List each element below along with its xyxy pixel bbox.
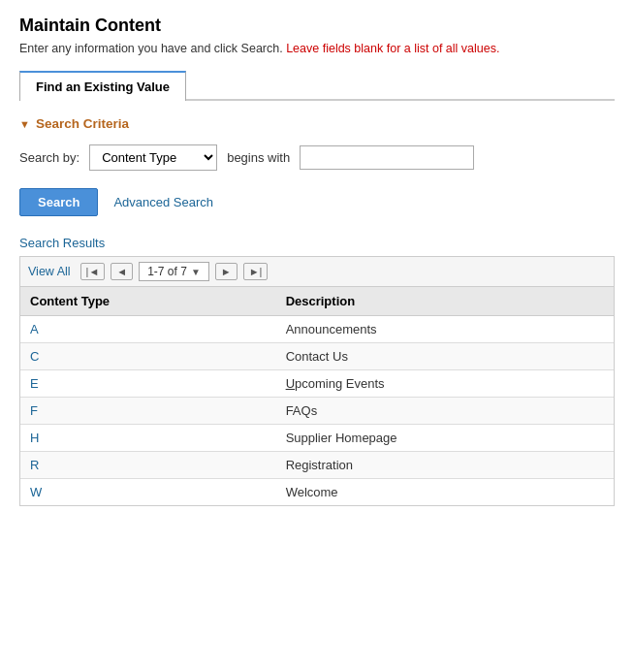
table-cell-description: Supplier Homepage [276,425,614,452]
search-button[interactable]: Search [19,188,98,216]
table-cell-code[interactable]: H [20,425,276,452]
section-header: ▼ Search Criteria [19,116,615,131]
tab-bar: Find an Existing Value [19,69,615,101]
prev-page-button[interactable]: ◄ [111,263,133,280]
table-cell-code[interactable]: E [20,370,276,398]
section-header-label: Search Criteria [36,116,129,131]
collapse-arrow-icon[interactable]: ▼ [19,118,30,130]
advanced-search-link[interactable]: Advanced Search [113,195,213,209]
search-by-select[interactable]: Content Type Description [89,144,217,171]
upcoming-u: U [286,376,295,391]
table-row: AAnnouncements [20,316,614,343]
page-title: Maintain Content [19,16,615,36]
last-page-button[interactable]: ►| [243,263,269,280]
table-header-row: Content Type Description [20,287,614,316]
table-row: CContact Us [20,343,614,370]
table-cell-code[interactable]: C [20,343,276,370]
table-cell-code[interactable]: W [20,479,276,506]
table-cell-description: Contact Us [276,343,614,370]
table-cell-description: FAQs [276,398,614,425]
table-cell-description: Registration [276,452,614,479]
col-header-content-type: Content Type [20,287,276,316]
first-page-button[interactable]: |◄ [80,263,106,280]
search-input[interactable] [300,145,474,170]
table-cell-code[interactable]: A [20,316,276,343]
table-row: HSupplier Homepage [20,425,614,452]
table-row: WWelcome [20,479,614,506]
results-table-container: View All |◄ ◄ 1-7 of 7 ▼ ► ►| Content Ty… [19,256,615,506]
page-subtitle: Enter any information you have and click… [19,42,615,55]
search-row: Search by: Content Type Description begi… [19,144,615,171]
table-cell-description: Upcoming Events [276,370,614,398]
results-label: Search Results [19,236,615,250]
table-row: EUpcoming Events [20,370,614,398]
page-dropdown-icon: ▼ [191,267,201,277]
table-cell-description: Announcements [276,316,614,343]
search-criteria-section: ▼ Search Criteria Search by: Content Typ… [19,116,615,171]
next-page-button[interactable]: ► [215,263,238,280]
search-by-label: Search by: [19,150,79,165]
view-all-link[interactable]: View All [28,265,71,278]
results-table: Content Type Description AAnnouncementsC… [20,287,614,505]
subtitle-normal: Enter any information you have and click… [19,42,283,55]
tab-find-existing[interactable]: Find an Existing Value [19,71,186,101]
table-cell-code[interactable]: F [20,398,276,425]
table-nav: View All |◄ ◄ 1-7 of 7 ▼ ► ►| [20,257,614,287]
action-row: Search Advanced Search [19,188,615,216]
subtitle-highlight: Leave fields blank for a list of all val… [283,42,500,55]
col-header-description: Description [276,287,614,316]
results-section: Search Results View All |◄ ◄ 1-7 of 7 ▼ … [19,236,615,506]
table-row: RRegistration [20,452,614,479]
table-row: FFAQs [20,398,614,425]
table-cell-code[interactable]: R [20,452,276,479]
table-cell-description: Welcome [276,479,614,506]
page-info-text: 1-7 of 7 [147,265,187,278]
begins-with-label: begins with [227,150,290,165]
page-info[interactable]: 1-7 of 7 ▼ [139,262,209,281]
